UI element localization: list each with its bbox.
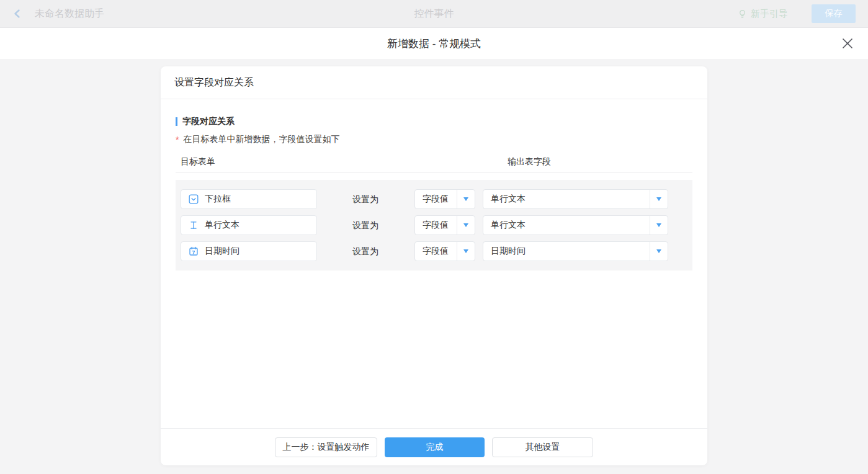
field-mapping-card: 设置字段对应关系 字段对应关系 * 在目标表单中新增数据，字段值设置如下 目标表… [161,66,707,465]
target-field-box: 单行文本 [181,215,317,235]
operator-dropdown-value: 字段值 [415,242,457,261]
section-title-row: 字段对应关系 [176,116,692,127]
card-header-title: 设置字段对应关系 [161,66,707,99]
caret-cell [650,242,668,261]
topbar-left: 未命名数据助手 [12,7,104,20]
lightbulb-icon [738,9,747,19]
set-as-label: 设置为 [352,215,378,235]
output-field-dropdown[interactable]: 单行文本 [483,215,668,235]
operator-dropdown[interactable]: 字段值 [414,241,475,261]
output-dropdown-value: 单行文本 [483,190,650,208]
caret-cell [650,190,668,208]
text-field-icon [189,220,199,230]
required-asterisk: * [176,135,179,145]
chevron-down-icon [463,223,468,227]
operator-dropdown[interactable]: 字段值 [414,189,475,209]
modal-body: 设置字段对应关系 字段对应关系 * 在目标表单中新增数据，字段值设置如下 目标表… [0,59,868,474]
column-headers: 目标表单 输出表字段 [176,156,692,166]
section-accent-bar [176,117,177,126]
output-field-dropdown[interactable]: 日期时间 [483,241,668,261]
dropdown-field-icon [189,194,199,204]
modal-title: 新增数据 - 常规模式 [387,37,481,51]
close-icon [841,37,854,50]
column-header-output: 输出表字段 [508,156,551,168]
card-footer: 上一步：设置触发动作 完成 其他设置 [161,428,707,465]
note-text: 在目标表单中新增数据，字段值设置如下 [183,134,339,145]
mapping-row: 日期时间 设置为 字段值 日期时间 [176,241,692,261]
caret-cell [457,216,475,235]
save-button[interactable]: 保存 [812,4,856,23]
topbar: 未命名数据助手 控件事件 新手引导 保存 [0,0,868,28]
output-dropdown-value: 单行文本 [483,216,650,235]
operator-dropdown-value: 字段值 [415,216,457,235]
modal-header: 新增数据 - 常规模式 [0,28,868,59]
card-content: 字段对应关系 * 在目标表单中新增数据，字段值设置如下 目标表单 输出表字段 [161,99,707,428]
chevron-down-icon [656,249,661,253]
target-field-label: 下拉框 [205,194,231,205]
mapping-row: 下拉框 设置为 字段值 单行文本 [176,189,692,209]
output-dropdown-value: 日期时间 [483,242,650,261]
other-settings-button[interactable]: 其他设置 [492,437,593,457]
operator-dropdown-value: 字段值 [415,190,457,208]
caret-cell [650,216,668,235]
caret-cell [457,242,475,261]
set-as-label: 设置为 [352,189,378,209]
column-header-target: 目标表单 [181,156,215,168]
topbar-right: 新手引导 保存 [738,4,856,23]
header-divider [176,172,692,172]
chevron-down-icon [463,197,468,201]
target-field-box: 下拉框 [181,189,317,209]
datetime-field-icon [189,246,199,256]
caret-cell [457,190,475,208]
chevron-down-icon [463,249,468,253]
set-as-label: 设置为 [352,241,378,261]
chevron-left-icon [12,9,22,19]
target-field-box: 日期时间 [181,241,317,261]
guide-label: 新手引导 [751,8,788,20]
prev-step-button[interactable]: 上一步：设置触发动作 [275,437,377,457]
chevron-down-icon [656,197,661,201]
target-field-label: 日期时间 [205,246,239,257]
target-field-label: 单行文本 [205,220,239,231]
mapping-row: 单行文本 设置为 字段值 单行文本 [176,215,692,235]
assistant-title: 未命名数据助手 [35,7,104,20]
back-button[interactable] [12,9,22,19]
guide-button[interactable]: 新手引导 [738,8,788,20]
note-row: * 在目标表单中新增数据，字段值设置如下 [176,134,692,145]
operator-dropdown[interactable]: 字段值 [414,215,475,235]
chevron-down-icon [656,223,661,227]
output-field-dropdown[interactable]: 单行文本 [483,189,668,209]
mapping-panel: 下拉框 设置为 字段值 单行文本 [176,180,692,271]
close-button[interactable] [841,37,854,50]
section-title: 字段对应关系 [182,116,235,127]
done-button[interactable]: 完成 [385,437,485,457]
